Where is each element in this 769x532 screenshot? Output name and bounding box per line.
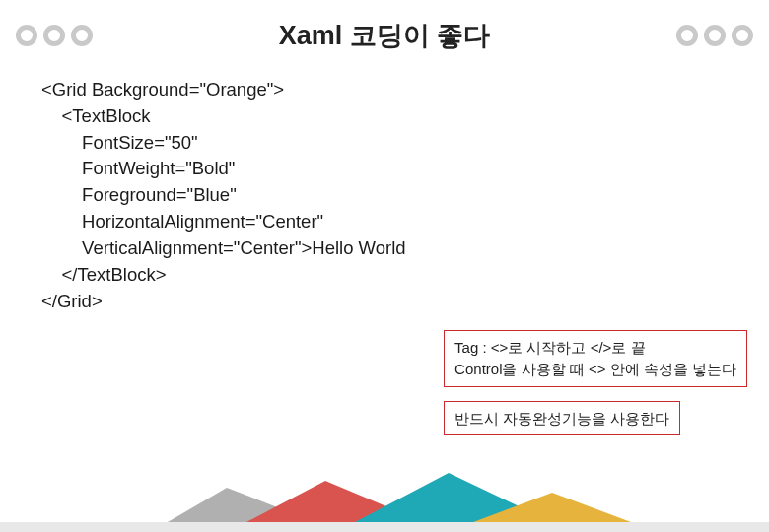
- code-line: <Grid Background="Orange">: [41, 79, 284, 100]
- note-line: 반드시 자동완성기능을 사용한다: [454, 410, 669, 427]
- code-line: FontSize="50": [41, 132, 198, 153]
- note-box-tag: Tag : <>로 시작하고 </>로 끝 Control을 사용할 때 <> …: [444, 330, 747, 387]
- notes-area: Tag : <>로 시작하고 </>로 끝 Control을 사용할 때 <> …: [444, 330, 747, 435]
- code-line: VerticalAlignment="Center">Hello World: [41, 237, 406, 258]
- circle-icon: [732, 25, 753, 46]
- circle-icon: [676, 25, 698, 46]
- decorative-circles-left: [16, 25, 93, 46]
- code-line: </Grid>: [41, 291, 103, 311]
- header-row: Xaml 코딩이 좋다: [0, 0, 769, 53]
- note-box-autocomplete: 반드시 자동완성기능을 사용한다: [444, 401, 680, 436]
- code-line: <TextBlock: [41, 105, 151, 126]
- code-line: FontWeight="Bold": [41, 158, 235, 178]
- circle-icon: [704, 25, 726, 46]
- circle-icon: [43, 25, 65, 46]
- note-line: Control을 사용할 때 <> 안에 속성을 넣는다: [454, 359, 736, 380]
- decorative-circles-right: [676, 25, 753, 46]
- footer-decoration: [0, 473, 769, 532]
- xaml-code-block: <Grid Background="Orange"> <TextBlock Fo…: [41, 77, 769, 314]
- svg-rect-0: [0, 522, 769, 532]
- circle-icon: [71, 25, 93, 46]
- circle-icon: [16, 25, 37, 46]
- page-title: Xaml 코딩이 좋다: [93, 18, 676, 53]
- note-line: Tag : <>로 시작하고 </>로 끝: [454, 337, 736, 359]
- code-line: Foreground="Blue": [41, 184, 237, 205]
- code-line: HorizontalAlignment="Center": [41, 211, 323, 232]
- code-line: </TextBlock>: [41, 264, 166, 285]
